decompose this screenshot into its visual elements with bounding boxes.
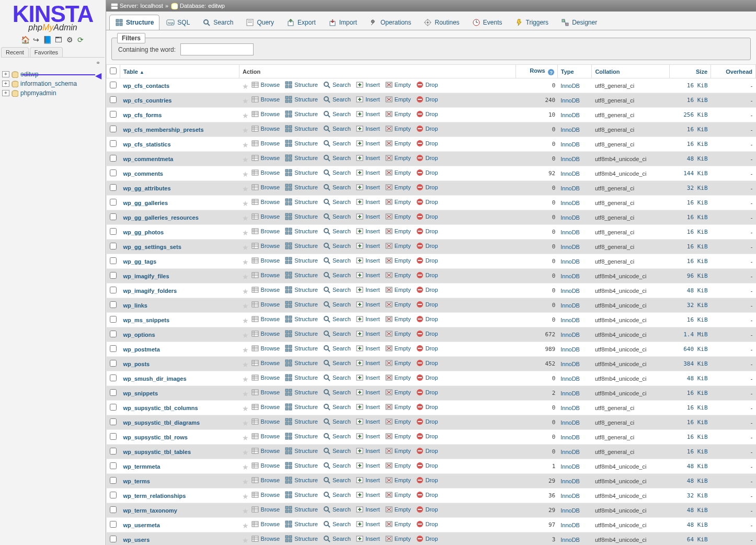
tree-item-information_schema[interactable]: + information_schema [1,79,105,88]
expand-icon[interactable]: + [2,71,9,77]
action-browse[interactable]: Browse [251,227,280,235]
filter-input[interactable] [180,43,254,55]
row-checkbox[interactable] [110,374,117,382]
action-drop[interactable]: Drop [416,242,438,250]
row-checkbox[interactable] [110,140,117,148]
action-browse[interactable]: Browse [251,491,280,499]
favorite-star-icon[interactable]: ★ [242,521,249,530]
tab-recent[interactable]: Recent [1,47,29,57]
action-browse[interactable]: Browse [251,373,280,382]
action-insert[interactable]: Insert [356,461,380,470]
favorite-star-icon[interactable]: ★ [242,97,249,105]
action-drop[interactable]: Drop [416,95,438,104]
action-browse[interactable]: Browse [251,315,280,323]
action-search[interactable]: Search [323,520,351,528]
action-search[interactable]: Search [323,403,351,411]
row-checkbox[interactable] [110,155,117,163]
action-structure[interactable]: Structure [284,154,318,162]
action-browse[interactable]: Browse [251,81,280,89]
action-insert[interactable]: Insert [356,359,380,367]
action-browse[interactable]: Browse [251,461,280,470]
action-empty[interactable]: Empty [385,373,411,382]
action-search[interactable]: Search [323,417,351,426]
favorite-star-icon[interactable]: ★ [242,82,249,90]
action-insert[interactable]: Insert [356,330,380,338]
action-drop[interactable]: Drop [416,359,438,367]
action-insert[interactable]: Insert [356,344,380,353]
action-drop[interactable]: Drop [416,373,438,382]
favorite-star-icon[interactable]: ★ [242,243,249,252]
row-checkbox[interactable] [110,272,117,280]
favorite-star-icon[interactable]: ★ [242,111,249,120]
bc-db-value[interactable]: editwp [208,3,225,9]
action-browse[interactable]: Browse [251,520,280,528]
action-drop[interactable]: Drop [416,315,438,323]
col-type[interactable]: Type [557,65,592,78]
action-search[interactable]: Search [323,373,351,382]
action-structure[interactable]: Structure [284,359,318,367]
table-name-link[interactable]: wp_options [123,332,155,338]
action-insert[interactable]: Insert [356,403,380,411]
action-drop[interactable]: Drop [416,110,438,118]
action-search[interactable]: Search [323,198,351,206]
favorite-star-icon[interactable]: ★ [242,390,249,398]
settings-icon[interactable]: ⚙ [65,36,74,44]
action-insert[interactable]: Insert [356,154,380,162]
table-name-link[interactable]: wp_gg_tags [123,258,157,265]
action-empty[interactable]: Empty [385,154,411,162]
action-drop[interactable]: Drop [416,212,438,221]
tree-item-editwp[interactable]: + editwp◀ [1,70,105,79]
action-structure[interactable]: Structure [284,183,318,191]
col-rows[interactable]: Rows [516,65,557,78]
action-empty[interactable]: Empty [385,81,411,89]
action-empty[interactable]: Empty [385,476,411,484]
row-checkbox[interactable] [110,477,117,485]
action-search[interactable]: Search [323,256,351,265]
row-checkbox[interactable] [110,536,117,543]
action-browse[interactable]: Browse [251,110,280,118]
table-name-link[interactable]: wp_supsystic_tbl_diagrams [123,419,200,426]
action-empty[interactable]: Empty [385,124,411,133]
reload-icon[interactable]: ⟳ [76,36,85,44]
action-structure[interactable]: Structure [284,461,318,470]
favorite-star-icon[interactable]: ★ [242,185,249,193]
favorite-star-icon[interactable]: ★ [242,126,249,134]
action-empty[interactable]: Empty [385,505,411,514]
action-empty[interactable]: Empty [385,139,411,147]
action-empty[interactable]: Empty [385,417,411,426]
table-name-link[interactable]: wp_imagify_files [123,273,169,279]
table-name-link[interactable]: wp_supsystic_tbl_rows [123,434,188,440]
table-name-link[interactable]: wp_postmeta [123,346,160,353]
action-structure[interactable]: Structure [284,447,318,455]
row-checkbox[interactable] [110,433,117,441]
table-name-link[interactable]: wp_cfs_statistics [123,141,171,147]
action-structure[interactable]: Structure [284,388,318,396]
action-empty[interactable]: Empty [385,227,411,235]
action-empty[interactable]: Empty [385,344,411,353]
action-empty[interactable]: Empty [385,168,411,177]
action-search[interactable]: Search [323,535,351,543]
action-empty[interactable]: Empty [385,432,411,440]
action-structure[interactable]: Structure [284,535,318,543]
action-browse[interactable]: Browse [251,242,280,250]
action-search[interactable]: Search [323,447,351,455]
action-drop[interactable]: Drop [416,198,438,206]
action-search[interactable]: Search [323,271,351,279]
action-search[interactable]: Search [323,168,351,177]
action-drop[interactable]: Drop [416,81,438,89]
tab-import[interactable]: Import [323,15,363,30]
action-search[interactable]: Search [323,388,351,396]
action-insert[interactable]: Insert [356,315,380,323]
action-structure[interactable]: Structure [284,110,318,118]
table-name-link[interactable]: wp_gg_photos [123,229,164,235]
logout-icon[interactable]: ↪ [32,36,40,44]
tab-structure[interactable]: Structure [109,15,159,30]
action-drop[interactable]: Drop [416,168,438,177]
action-insert[interactable]: Insert [356,198,380,206]
link-icon[interactable]: ⚭ [0,58,106,67]
tab-operations[interactable]: Operations [364,15,417,30]
action-insert[interactable]: Insert [356,139,380,147]
action-structure[interactable]: Structure [284,491,318,499]
action-drop[interactable]: Drop [416,227,438,235]
favorite-star-icon[interactable]: ★ [242,258,249,266]
